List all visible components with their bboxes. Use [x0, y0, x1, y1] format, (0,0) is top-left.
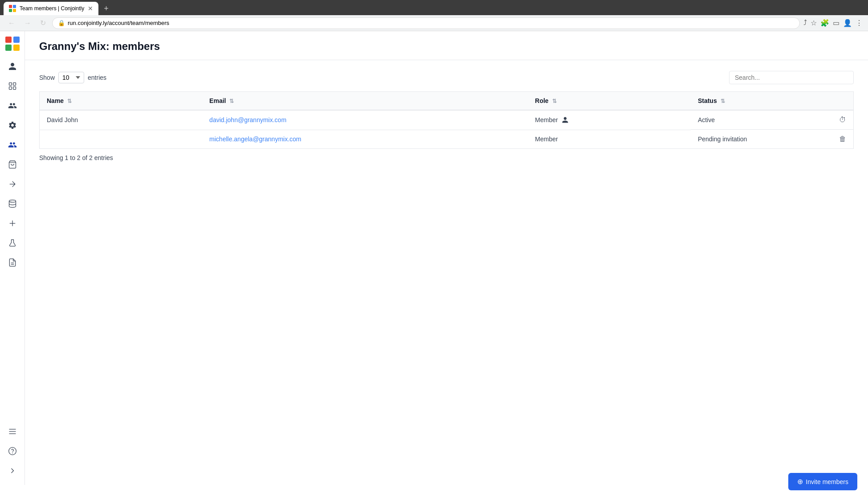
- share-icon[interactable]: ⤴: [803, 19, 807, 27]
- email-link[interactable]: david.john@grannymix.com: [209, 116, 286, 123]
- conjointly-logo-icon: [5, 37, 20, 51]
- team-icon: [8, 140, 17, 149]
- sidebar-item-flask[interactable]: [4, 234, 21, 252]
- deactivate-icon[interactable]: ⏱: [839, 116, 846, 124]
- column-header-role[interactable]: Role ⇅: [528, 92, 691, 111]
- forward-button[interactable]: →: [21, 18, 34, 28]
- lock-icon: 🔒: [58, 20, 65, 26]
- sort-status-icon: ⇅: [721, 98, 725, 104]
- tab-close-button[interactable]: ✕: [88, 5, 93, 12]
- svg-rect-10: [9, 87, 12, 90]
- profile-icon[interactable]: 👤: [843, 19, 852, 27]
- show-label: Show: [39, 74, 55, 81]
- search-input[interactable]: [729, 71, 854, 84]
- column-header-email[interactable]: Email ⇅: [202, 92, 528, 111]
- sidebar-item-expand[interactable]: [4, 462, 21, 480]
- status-text: Active: [698, 116, 715, 123]
- sidebar-item-grid[interactable]: [4, 77, 21, 95]
- invite-button-container: ⊕ Invite members: [788, 473, 857, 485]
- column-header-name[interactable]: Name ⇅: [40, 92, 203, 111]
- help-icon: [8, 447, 17, 456]
- content-area: Show 10 25 50 100 entries Name: [25, 60, 868, 485]
- address-bar: ← → ↻ 🔒 run.conjointly.ly/account/team/m…: [0, 15, 868, 31]
- invite-members-button[interactable]: ⊕ Invite members: [788, 473, 857, 485]
- svg-rect-7: [13, 45, 20, 51]
- svg-rect-9: [13, 83, 16, 86]
- cell-email: david.john@grannymix.com: [202, 110, 528, 130]
- invite-button-label: Invite members: [806, 478, 848, 485]
- delete-icon[interactable]: 🗑: [839, 135, 846, 143]
- sidebar-item-add[interactable]: [4, 214, 21, 232]
- sidebar-item-team[interactable]: [4, 136, 21, 154]
- cell-email: michelle.angela@grannymix.com: [202, 130, 528, 149]
- sidebar: [0, 31, 25, 485]
- svg-rect-2: [9, 9, 12, 12]
- page-title: Granny's Mix: members: [39, 40, 854, 53]
- sidebar-item-help[interactable]: [4, 442, 21, 460]
- cell-role: Member: [528, 130, 691, 149]
- logo[interactable]: [5, 37, 20, 52]
- back-button[interactable]: ←: [5, 18, 18, 28]
- svg-point-13: [9, 200, 16, 202]
- sidebar-item-database[interactable]: [4, 195, 21, 213]
- status-text: Pending invitation: [698, 136, 747, 143]
- bookmark-icon[interactable]: ☆: [811, 19, 817, 27]
- svg-rect-3: [13, 9, 16, 12]
- favicon-icon: [9, 5, 16, 12]
- new-tab-button[interactable]: +: [100, 2, 112, 15]
- extensions-icon[interactable]: 🧩: [820, 19, 829, 27]
- url-bar[interactable]: 🔒 run.conjointly.ly/account/team/members: [52, 17, 800, 29]
- url-text: run.conjointly.ly/account/team/members: [68, 20, 169, 26]
- sidebar-item-document[interactable]: [4, 254, 21, 271]
- show-entries-control: Show 10 25 50 100 entries: [39, 72, 106, 83]
- person-role-icon: [562, 116, 569, 123]
- sort-name-icon: ⇅: [67, 98, 72, 104]
- sidebar-item-person[interactable]: [4, 57, 21, 75]
- cell-status: Active⏱: [691, 111, 853, 130]
- settings-icon: [8, 121, 17, 130]
- cart-icon: [8, 160, 17, 169]
- svg-rect-0: [9, 5, 12, 8]
- cell-role: Member: [528, 110, 691, 130]
- tab-bar: Team members | Conjointly ✕ +: [0, 0, 868, 15]
- column-header-status[interactable]: Status ⇅: [691, 92, 854, 111]
- document-icon: [8, 258, 17, 267]
- person-icon: [8, 62, 17, 71]
- sort-email-icon: ⇅: [229, 98, 234, 104]
- showing-entries-text: Showing 1 to 2 of 2 entries: [39, 154, 854, 161]
- sidebar-toggle-icon[interactable]: ▭: [833, 19, 839, 27]
- entries-label: entries: [88, 74, 106, 81]
- svg-rect-4: [5, 37, 12, 43]
- reload-button[interactable]: ↻: [37, 18, 49, 28]
- users-group-icon: [8, 101, 17, 110]
- sidebar-item-export[interactable]: [4, 175, 21, 193]
- menu-icon: [8, 427, 17, 436]
- cell-name: [40, 130, 203, 149]
- svg-rect-8: [9, 83, 12, 86]
- sidebar-item-cart[interactable]: [4, 156, 21, 173]
- svg-rect-1: [13, 5, 16, 8]
- svg-rect-11: [13, 87, 16, 90]
- svg-rect-6: [5, 45, 12, 51]
- cell-name: David John: [40, 110, 203, 130]
- active-tab[interactable]: Team members | Conjointly ✕: [4, 2, 98, 15]
- tab-title: Team members | Conjointly: [20, 5, 84, 12]
- sort-role-icon: ⇅: [552, 98, 557, 104]
- plus-circle-icon: ⊕: [797, 477, 803, 485]
- grid-icon: [8, 82, 17, 90]
- members-table: Name ⇅ Email ⇅ Role ⇅ Status: [39, 91, 854, 149]
- svg-point-19: [8, 448, 16, 455]
- sidebar-item-menu[interactable]: [4, 423, 21, 440]
- email-link[interactable]: michelle.angela@grannymix.com: [209, 136, 301, 143]
- table-row: David Johndavid.john@grannymix.comMember…: [40, 110, 854, 130]
- table-header-row: Name ⇅ Email ⇅ Role ⇅ Status: [40, 92, 854, 111]
- sidebar-item-users[interactable]: [4, 97, 21, 115]
- menu-icon[interactable]: ⋮: [856, 19, 863, 27]
- sidebar-item-settings[interactable]: [4, 116, 21, 134]
- svg-rect-5: [13, 37, 20, 43]
- database-icon: [8, 199, 17, 208]
- table-row: michelle.angela@grannymix.comMemberPendi…: [40, 130, 854, 149]
- entries-select[interactable]: 10 25 50 100: [58, 72, 84, 83]
- arrow-right-icon: [8, 180, 17, 189]
- cell-status: Pending invitation🗑: [691, 130, 853, 148]
